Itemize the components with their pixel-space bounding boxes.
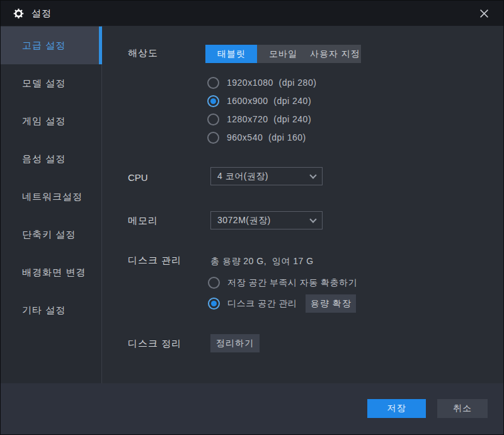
cancel-button[interactable]: 취소	[437, 399, 488, 418]
sidebar-item-game[interactable]: 게임 설정	[1, 102, 101, 140]
radio-icon	[208, 277, 220, 289]
disk-option-auto-expand[interactable]: 저장 공간 부족시 자동 확충하기	[208, 274, 357, 292]
sidebar-item-label: 네트워크설정	[22, 191, 83, 203]
radio-icon	[207, 77, 219, 89]
radio-label: 960x540 (dpi 160)	[227, 132, 306, 142]
sidebar-item-advanced[interactable]: 고급 설정	[1, 26, 101, 64]
close-button[interactable]	[473, 1, 495, 26]
cleanup-label: 디스크 정리	[128, 337, 181, 350]
memory-selected-value: 3072M(권장)	[217, 215, 311, 226]
radio-label: 1280x720 (dpi 240)	[227, 114, 311, 124]
radio-label: 디스크 공간 관리	[227, 298, 297, 310]
cpu-selected-value: 4 코어(권장)	[217, 171, 311, 182]
tab-custom[interactable]: 사용자 지정	[309, 45, 361, 63]
window-title: 설정	[32, 8, 52, 20]
disk-label: 디스크 관리	[128, 254, 181, 267]
sidebar-item-shortcut[interactable]: 단축키 설정	[1, 216, 101, 253]
sidebar-item-label: 기타 설정	[22, 304, 66, 316]
titlebar: 설정	[1, 1, 503, 26]
memory-label: 메모리	[128, 214, 158, 227]
radio-icon	[207, 132, 219, 144]
tab-label: 사용자 지정	[310, 49, 360, 60]
radio-label: 1920x1080 (dpi 280)	[227, 78, 316, 88]
radio-selected-icon	[208, 298, 220, 310]
tab-label: 태블릿	[217, 49, 246, 60]
sidebar-item-misc[interactable]: 기타 설정	[1, 291, 101, 329]
resolution-option-960x540[interactable]: 960x540 (dpi 160)	[207, 131, 316, 144]
sidebar-item-network[interactable]: 네트워크설정	[1, 178, 101, 216]
disk-option-manage-space[interactable]: 디스크 공간 관리 용량 확장	[208, 294, 357, 313]
resolution-tabs: 태블릿 모바일 사용자 지정	[205, 45, 361, 63]
resolution-option-1600x900[interactable]: 1600x900 (dpi 240)	[207, 95, 316, 107]
sidebar-item-label: 모델 설정	[22, 78, 66, 90]
close-icon	[479, 9, 489, 18]
chevron-down-icon	[309, 216, 316, 223]
radio-label: 저장 공간 부족시 자동 확충하기	[227, 277, 357, 289]
tab-label: 모바일	[269, 49, 297, 60]
tab-tablet[interactable]: 태블릿	[205, 45, 257, 63]
resolution-option-1920x1080[interactable]: 1920x1080 (dpi 280)	[207, 76, 316, 89]
cpu-select[interactable]: 4 코어(권장)	[210, 167, 323, 185]
tab-mobile[interactable]: 모바일	[257, 45, 309, 63]
main-panel: 해상도 태블릿 모바일 사용자 지정 1920x1080 (dpi 280) 1…	[102, 26, 504, 385]
sidebar-item-wallpaper[interactable]: 배경화면 변경	[1, 253, 101, 291]
sidebar-item-audio[interactable]: 음성 설정	[1, 140, 101, 178]
radio-label: 1600x900 (dpi 240)	[227, 96, 311, 106]
save-button[interactable]: 저장	[367, 399, 426, 418]
memory-select[interactable]: 3072M(권장)	[210, 211, 323, 229]
chevron-down-icon	[309, 171, 316, 178]
radio-selected-icon	[207, 95, 219, 107]
sidebar-item-label: 단축키 설정	[22, 229, 76, 241]
resolution-options: 1920x1080 (dpi 280) 1600x900 (dpi 240) 1…	[207, 76, 316, 149]
resolution-label: 해상도	[128, 47, 158, 59]
disk-capacity-summary: 총 용량 20 G, 잉여 17 G	[210, 255, 314, 267]
footer-bar: 저장 취소	[1, 383, 503, 434]
cpu-label: CPU	[128, 171, 148, 184]
radio-icon	[207, 113, 219, 125]
sidebar-item-label: 음성 설정	[22, 153, 66, 165]
gear-icon	[13, 8, 24, 19]
sidebar-item-model[interactable]: 모델 설정	[1, 64, 101, 102]
sidebar-item-label: 고급 설정	[22, 40, 66, 52]
expand-capacity-button[interactable]: 용량 확장	[306, 294, 356, 313]
disk-options: 저장 공간 부족시 자동 확충하기 디스크 공간 관리 용량 확장	[208, 274, 357, 313]
sidebar-item-label: 게임 설정	[22, 115, 66, 127]
sidebar: 고급 설정 모델 설정 게임 설정 음성 설정 네트워크설정 단축키 설정 배경…	[1, 26, 102, 385]
cleanup-button[interactable]: 정리하기	[210, 334, 260, 352]
settings-window: 설정 고급 설정 모델 설정 게임 설정 음성 설정 네트워크설정 단축키 설정…	[0, 0, 504, 435]
resolution-option-1280x720[interactable]: 1280x720 (dpi 240)	[207, 113, 316, 125]
sidebar-item-label: 배경화면 변경	[22, 267, 86, 279]
